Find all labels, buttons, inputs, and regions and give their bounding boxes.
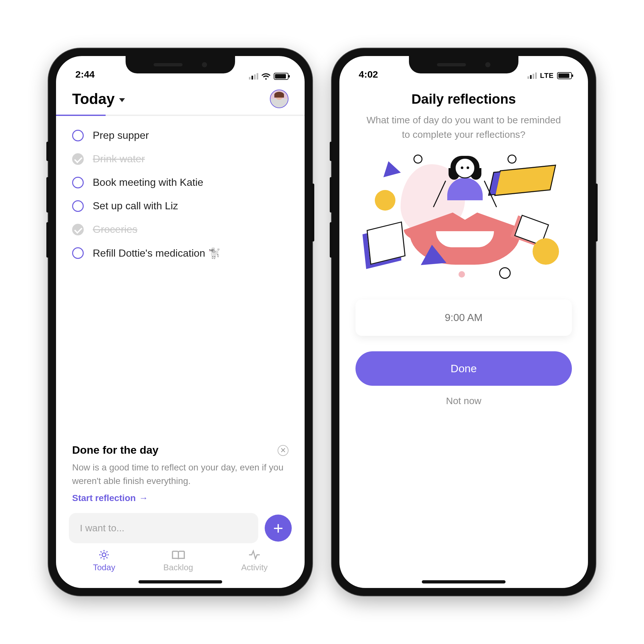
task-row[interactable]: Groceries (72, 218, 289, 241)
task-text: Refill Dottie's medication 🐩 (93, 247, 221, 259)
circle-icon (499, 267, 511, 279)
phone-reflections: 4:02 LTE Daily reflections What time of … (332, 48, 596, 596)
task-row[interactable]: Refill Dottie's medication 🐩 (72, 241, 289, 265)
task-checkbox[interactable] (72, 224, 84, 235)
avatar[interactable] (270, 90, 289, 108)
device-notch (409, 56, 518, 73)
task-checkbox[interactable] (72, 200, 84, 212)
activity-icon (248, 549, 261, 561)
task-row[interactable]: Set up call with Liz (72, 194, 289, 218)
status-time: 4:02 (359, 69, 378, 80)
dot-icon (459, 271, 465, 278)
phone-today: 2:44 Today Prep supperDrink waterBook me… (48, 48, 312, 596)
cube-icon (367, 222, 406, 265)
device-side-button (46, 142, 49, 161)
task-checkbox[interactable] (72, 247, 84, 259)
svg-line-6 (107, 557, 108, 558)
triangle-icon (380, 159, 401, 177)
wifi-icon (261, 73, 270, 80)
task-text: Book meeting with Katie (93, 176, 203, 188)
tab-label: Backlog (163, 563, 193, 573)
device-side-button (46, 222, 49, 258)
tab-activity[interactable]: Activity (241, 549, 268, 573)
tab-backlog[interactable]: Backlog (163, 549, 193, 573)
device-side-button (312, 184, 314, 241)
device-notch (126, 56, 235, 73)
tab-label: Activity (241, 563, 268, 573)
start-reflection-label: Start reflection (72, 493, 136, 503)
task-row[interactable]: Drink water (72, 147, 289, 171)
task-row[interactable]: Book meeting with Katie (72, 171, 289, 194)
task-text: Drink water (93, 153, 145, 165)
box-icon (494, 165, 556, 196)
device-side-button (595, 184, 598, 241)
home-indicator[interactable] (422, 580, 506, 583)
task-text: Groceries (93, 223, 137, 235)
chevron-down-icon (119, 98, 125, 102)
task-text: Prep supper (93, 129, 149, 141)
done-card-title: Done for the day (72, 444, 289, 456)
reflections-title: Daily reflections (412, 91, 516, 107)
task-checkbox[interactable] (72, 130, 84, 141)
person-icon (439, 158, 491, 200)
page-title: Today (72, 90, 115, 108)
close-icon[interactable]: ✕ (278, 445, 289, 456)
device-side-button (330, 177, 332, 213)
network-label: LTE (540, 71, 554, 80)
reflections-subtitle: What time of day do you want to be remin… (355, 113, 572, 142)
new-task-input[interactable]: I want to... (69, 513, 258, 543)
task-checkbox[interactable] (72, 153, 84, 165)
title-dropdown[interactable]: Today (72, 90, 125, 108)
new-task-row: I want to... + (69, 513, 292, 543)
new-task-placeholder: I want to... (80, 523, 124, 533)
svg-line-5 (101, 551, 102, 552)
add-task-button[interactable]: + (265, 515, 292, 542)
dot-icon (375, 190, 395, 211)
done-card-body: Now is a good time to reflect on your da… (72, 461, 289, 488)
svg-point-0 (102, 553, 106, 557)
task-row[interactable]: Prep supper (72, 124, 289, 147)
start-reflection-link[interactable]: Start reflection → (72, 493, 289, 503)
status-time: 2:44 (75, 69, 95, 80)
triangle-icon (419, 244, 447, 265)
done-button[interactable]: Done (355, 351, 572, 386)
time-selector[interactable]: 9:00 AM (355, 299, 572, 336)
header: Today (56, 82, 305, 115)
svg-line-8 (107, 551, 108, 552)
device-side-button (46, 177, 49, 213)
done-for-day-card: ✕ Done for the day Now is a good time to… (72, 444, 289, 503)
illustration (355, 148, 572, 290)
dot-icon (533, 238, 559, 265)
task-text: Set up call with Liz (93, 200, 178, 212)
svg-line-7 (101, 557, 102, 558)
battery-icon (274, 73, 289, 80)
home-indicator[interactable] (138, 580, 222, 583)
signal-icon (527, 72, 537, 79)
sun-icon (98, 549, 110, 561)
device-side-button (330, 222, 332, 258)
tab-label: Today (93, 563, 115, 573)
battery-icon (557, 72, 572, 79)
device-side-button (330, 142, 332, 161)
not-now-link[interactable]: Not now (446, 395, 481, 406)
task-checkbox[interactable] (72, 177, 84, 188)
tab-today[interactable]: Today (93, 549, 115, 573)
signal-icon (249, 73, 258, 80)
arrow-right-icon: → (139, 493, 148, 503)
book-icon (171, 549, 185, 561)
task-list: Prep supperDrink waterBook meeting with … (56, 116, 305, 431)
